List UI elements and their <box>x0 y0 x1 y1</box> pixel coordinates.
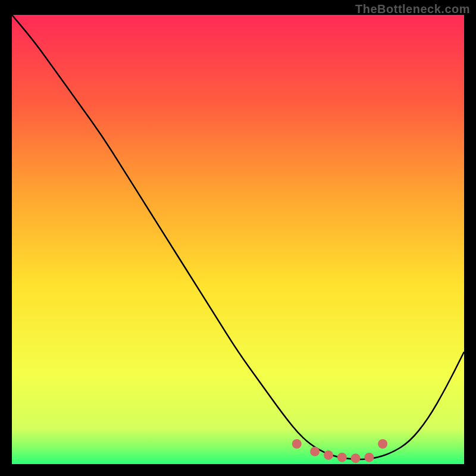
optimal-marker <box>292 439 302 449</box>
optimal-marker <box>337 453 347 462</box>
optimal-marker <box>310 447 320 456</box>
bottleneck-chart <box>12 15 464 464</box>
chart-canvas <box>12 15 464 464</box>
optimal-marker <box>378 439 387 449</box>
optimal-marker <box>324 450 333 460</box>
watermark-text: TheBottleneck.com <box>355 2 470 16</box>
optimal-marker <box>351 453 361 463</box>
gradient-background <box>12 15 464 464</box>
optimal-marker <box>364 453 374 462</box>
